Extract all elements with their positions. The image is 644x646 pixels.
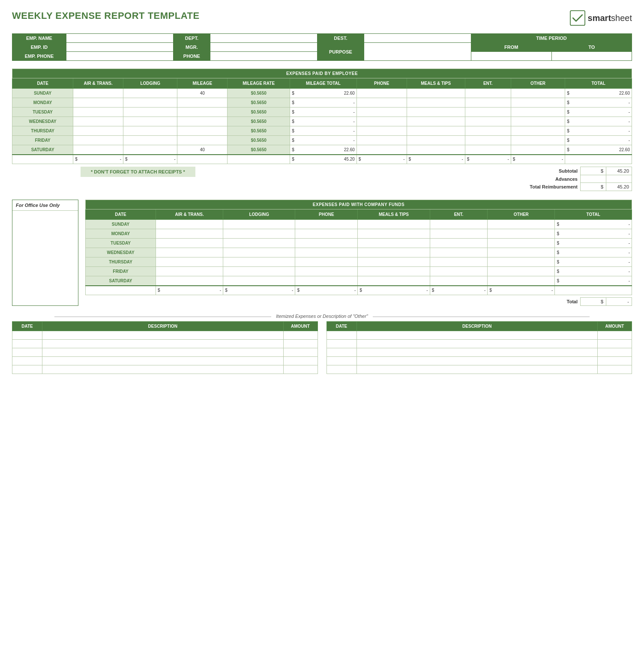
office-use-box: For Office Use Only — [12, 200, 78, 306]
page-header: WEEKLY EXPENSE REPORT TEMPLATE smartshee… — [12, 10, 632, 26]
purpose-label: PURPOSE — [317, 43, 364, 61]
company-expenses-wrap: EXPENSES PAID WITH COMPANY FUNDS DATE AI… — [85, 200, 632, 306]
idesc-header-right: DESCRIPTION — [356, 322, 598, 331]
monday-rate: $0.5650 — [228, 98, 290, 108]
emp-phone-value[interactable] — [66, 52, 173, 61]
table-row: THURSDAY $- — [86, 257, 632, 267]
list-item — [326, 365, 632, 374]
employee-expenses-table: EXPENSES PAID BY EMPLOYEE DATE AIR & TRA… — [12, 69, 632, 164]
office-use-label: For Office Use Only — [12, 200, 78, 211]
total-reimbursement-label: Total Reimbursement — [527, 183, 580, 191]
list-item — [326, 357, 632, 365]
col-mileage-total: MILEAGE TOTAL — [290, 78, 357, 89]
day-wednesday: WEDNESDAY — [12, 117, 73, 126]
monday-phone[interactable] — [356, 98, 407, 108]
list-item — [12, 331, 318, 340]
company-expenses-title: EXPENSES PAID WITH COMPANY FUNDS — [86, 200, 632, 209]
company-total-summary: Total $ - — [564, 297, 632, 306]
table-row: MONDAY $- — [86, 229, 632, 239]
ccol-lodging: LODGING — [223, 209, 295, 220]
purpose-value[interactable] — [364, 43, 471, 61]
advances-label: Advances — [527, 175, 580, 183]
smartsheet-logo: smartsheet — [570, 10, 632, 26]
table-row: SATURDAY 40 $0.5650 $22.60 $22.60 — [12, 145, 632, 155]
table-row: SATURDAY $- — [86, 276, 632, 286]
logo-sheet-text: sheet — [611, 13, 632, 23]
dest-label: DEST. — [317, 34, 364, 43]
emp-name-value[interactable] — [66, 34, 173, 43]
employee-info-table: EMP. NAME DEPT. DEST. TIME PERIOD EMP. I… — [12, 33, 632, 61]
list-item — [12, 348, 318, 357]
iamount-header-right: AMOUNT — [598, 322, 632, 331]
sunday-phone[interactable] — [356, 89, 407, 98]
totals-row: $- $- $45.20 $- $- $- $- — [12, 155, 632, 164]
company-expenses-table: EXPENSES PAID WITH COMPANY FUNDS DATE AI… — [85, 200, 632, 295]
col-ent: ENT. — [465, 78, 511, 89]
monday-other[interactable] — [511, 98, 565, 108]
itemized-table-left: DATE DESCRIPTION AMOUNT — [12, 321, 318, 374]
col-mileage: MILEAGE — [177, 78, 228, 89]
ccol-meals: MEALS & TIPS — [358, 209, 430, 220]
subtotal-dollar: $ — [581, 167, 606, 175]
col-other: OTHER — [511, 78, 565, 89]
sunday-mileage[interactable]: 40 — [177, 89, 228, 98]
subtotal-label: Subtotal — [527, 167, 580, 175]
iamount-header-left: AMOUNT — [283, 322, 318, 331]
ccol-ent: ENT. — [430, 209, 488, 220]
ccol-total: TOTAL — [555, 209, 632, 220]
company-total-label: Total — [564, 298, 581, 306]
itemized-title: Itemized Expenses or Description of "Oth… — [12, 314, 632, 319]
logo-smart-text: smart — [588, 13, 611, 23]
monday-meals[interactable] — [407, 98, 465, 108]
total-reimb-dollar: $ — [581, 183, 606, 191]
monday-mileage[interactable] — [177, 98, 228, 108]
office-use-content — [12, 211, 78, 271]
emp-id-value[interactable] — [66, 43, 173, 52]
idate-header-right: DATE — [326, 322, 356, 331]
table-row: FRIDAY $0.5650 $- $- — [12, 136, 632, 145]
table-row: WEDNESDAY $- — [86, 248, 632, 257]
itemized-tables: DATE DESCRIPTION AMOUNT DATE DESCRIPTION… — [12, 321, 632, 374]
table-row: SUNDAY $- — [86, 220, 632, 229]
day-thursday: THURSDAY — [12, 126, 73, 136]
list-item — [326, 331, 632, 340]
table-row: SUNDAY 40 $0.5650 $22.60 $22.60 — [12, 89, 632, 98]
to-value[interactable] — [551, 52, 632, 61]
monday-ent[interactable] — [465, 98, 511, 108]
table-row: TUESDAY $- — [86, 239, 632, 248]
day-tuesday: TUESDAY — [12, 108, 73, 117]
monday-air[interactable] — [73, 98, 123, 108]
phone2-value[interactable] — [210, 52, 317, 61]
mgr-value[interactable] — [210, 43, 317, 52]
page-title: WEEKLY EXPENSE REPORT TEMPLATE — [12, 10, 200, 21]
phone2-label: PHONE — [173, 52, 210, 61]
table-row: WEDNESDAY $0.5650 $- $- — [12, 117, 632, 126]
col-meals-tips: MEALS & TIPS — [407, 78, 465, 89]
dept-label: DEPT. — [173, 34, 210, 43]
sunday-lodging[interactable] — [123, 89, 177, 98]
itemized-table-right: DATE DESCRIPTION AMOUNT — [326, 321, 632, 374]
monday-lodging[interactable] — [123, 98, 177, 108]
dest-value[interactable] — [364, 34, 471, 43]
sunday-ent[interactable] — [465, 89, 511, 98]
time-period-header: TIME PERIOD — [471, 34, 632, 43]
table-row: MONDAY $0.5650 $- $- — [12, 98, 632, 108]
dept-value[interactable] — [210, 34, 317, 43]
emp-id-label: EMP. ID — [12, 43, 66, 52]
employee-expenses-title: EXPENSES PAID BY EMPLOYEE — [12, 69, 632, 78]
sunday-air[interactable] — [73, 89, 123, 98]
sunday-total: $22.60 — [565, 89, 632, 98]
receipts-note: * DON'T FORGET TO ATTACH RECEIPTS * — [81, 167, 195, 177]
bottom-section: For Office Use Only EXPENSES PAID WITH C… — [12, 200, 632, 306]
day-sunday: SUNDAY — [12, 89, 73, 98]
expense-summary: Subtotal $ 45.20 Advances Total Reimburs… — [527, 167, 632, 191]
day-monday: MONDAY — [12, 98, 73, 108]
from-value[interactable] — [471, 52, 551, 61]
table-row: TUESDAY $0.5650 $- $- — [12, 108, 632, 117]
col-lodging: LODGING — [123, 78, 177, 89]
col-mileage-rate: MILEAGE RATE — [228, 78, 290, 89]
to-label: TO — [551, 43, 632, 52]
idesc-header-left: DESCRIPTION — [42, 322, 284, 331]
sunday-other[interactable] — [511, 89, 565, 98]
sunday-meals[interactable] — [407, 89, 465, 98]
